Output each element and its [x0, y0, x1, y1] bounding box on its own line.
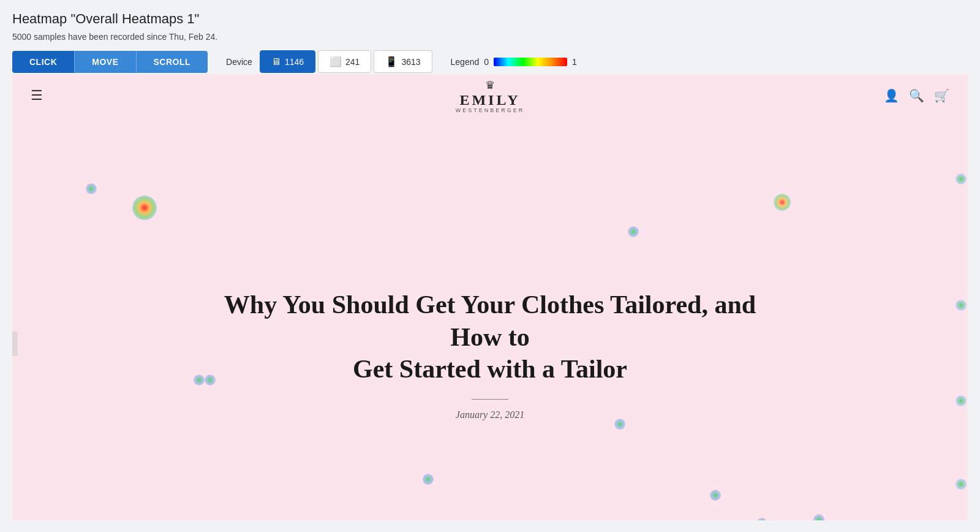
- tablet-icon: ⬜: [330, 56, 342, 67]
- mobile-count: 3613: [401, 57, 420, 67]
- search-icon[interactable]: 🔍: [909, 88, 924, 103]
- desktop-icon: 🖥: [271, 56, 281, 67]
- mobile-icon: 📱: [385, 56, 398, 67]
- logo-sub: WESTENBERGER: [456, 107, 525, 113]
- heatmap-dot-date: [423, 474, 434, 485]
- legend-max: 1: [572, 57, 577, 67]
- tab-move[interactable]: MOVE: [74, 51, 135, 73]
- heatmap-dot-bottomright4: [813, 514, 824, 520]
- legend-label: Legend: [451, 57, 480, 67]
- site-logo: ♛ EMILY WESTENBERGER: [456, 78, 525, 113]
- heatmap-dot-edgeright-bottom: [956, 479, 967, 490]
- blog-date: January 22, 2021: [456, 409, 524, 420]
- page-subtitle: 5000 samples have been recorded since Th…: [12, 32, 968, 42]
- heatmap-dot-bottomright1: [710, 490, 721, 501]
- page-title: Heatmap "Overall Heatmaps 1": [12, 11, 968, 27]
- device-mobile[interactable]: 📱 3613: [374, 50, 432, 73]
- blog-title-line2: Get Started with a Tailor: [353, 355, 627, 383]
- cart-icon[interactable]: 🛒: [934, 88, 949, 103]
- heatmap-dot-tailor: [614, 419, 625, 430]
- heatmap-preview: ☰ ♛ EMILY WESTENBERGER 👤 🔍 🛒 Why You Sho…: [12, 74, 968, 520]
- site-nav: ☰ ♛ EMILY WESTENBERGER 👤 🔍 🛒: [12, 74, 968, 117]
- device-desktop[interactable]: 🖥 1146: [260, 50, 315, 73]
- device-filter-group: 🖥 1146 ⬜ 241 📱 3613: [260, 50, 432, 73]
- blog-title-line1: Why You Should Get Your Clothes Tailored…: [224, 291, 756, 351]
- logo-text: EMILY: [456, 92, 525, 108]
- device-label: Device: [226, 57, 252, 67]
- device-tablet[interactable]: ⬜ 241: [318, 50, 371, 73]
- nav-left: ☰: [31, 88, 43, 104]
- legend-gradient-bar: [494, 58, 567, 66]
- tab-scroll[interactable]: SCROLL: [136, 51, 208, 73]
- tab-click[interactable]: CLICK: [12, 51, 74, 73]
- hamburger-icon[interactable]: ☰: [31, 88, 43, 104]
- tablet-count: 241: [345, 57, 360, 67]
- nav-right: 👤 🔍 🛒: [884, 88, 949, 103]
- blog-title: Why You Should Get Your Clothes Tailored…: [214, 289, 766, 386]
- user-icon[interactable]: 👤: [884, 88, 899, 103]
- crown-icon: ♛: [456, 78, 525, 92]
- legend-group: Legend 0 1: [451, 57, 577, 67]
- blog-divider: [472, 399, 508, 400]
- desktop-count: 1146: [285, 57, 304, 67]
- toolbar: CLICK MOVE SCROLL Device 🖥 1146 ⬜ 241 📱 …: [12, 50, 968, 73]
- heatmap-dot-bottomright2: [756, 518, 767, 520]
- blog-content: Why You Should Get Your Clothes Tailored…: [12, 117, 968, 420]
- legend-min: 0: [484, 57, 489, 67]
- interaction-tab-group: CLICK MOVE SCROLL: [12, 51, 208, 73]
